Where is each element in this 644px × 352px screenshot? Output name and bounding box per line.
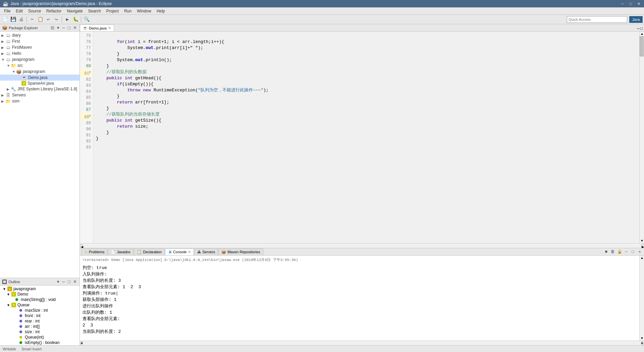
cs-track[interactable] [640,260,644,336]
javadoc-label: Javadoc [117,250,130,254]
tab-close-btn[interactable]: ✕ [108,26,111,30]
toolbar-btn6[interactable]: ↩ [45,16,52,23]
console-line-1: 判空: true [83,265,637,271]
outline-front[interactable]: front : int [0,313,79,318]
scroll-down-btn[interactable]: ▼ [640,238,644,243]
tree-item-diary[interactable]: ▶ 🗂 diary [0,32,79,38]
outline-max-btn[interactable]: □ [67,279,71,284]
console-terminate-btn[interactable]: ■ [603,249,609,255]
tree-item-jre[interactable]: ▶ 🔧 JRE System Library [JavaSE-1.8] [0,86,79,92]
menu-search[interactable]: Search [86,8,104,14]
cs-up-btn[interactable]: ▲ [640,256,644,260]
outline-queue-class[interactable]: ▼ S Queue [0,302,79,308]
console-clear-btn[interactable]: 🗑 [610,249,616,255]
maximize-button[interactable]: □ [628,1,633,6]
tree-arrow: ▶ [7,87,11,91]
menu-refactor[interactable]: Refactor [44,8,64,14]
outline-main-method[interactable]: main(String[]) : void [0,297,79,302]
tab-console[interactable]: 🖥 Console ✕ [165,249,194,255]
status-writable: Writable [3,347,16,351]
bottom-maximize-btn[interactable]: □ [630,249,636,255]
tree-item-servers[interactable]: ▶ 🗄 Servers [0,92,79,98]
servers-label: Servers [202,250,215,254]
outline-menu-btn[interactable]: ▾ [56,279,60,284]
tree-item-ssm[interactable]: ▶ 📁 ssm [0,98,79,104]
console-scrollbar-h[interactable]: ◀ ▶ [80,341,644,345]
toolbar-btn3[interactable]: 🖨 [17,16,25,23]
menu-run[interactable]: Run [121,8,134,14]
outline-rear[interactable]: rear : int [0,318,79,324]
console-close-btn[interactable]: ✕ [188,250,191,254]
menu-project[interactable]: Project [104,8,121,14]
editor-scrollbar-h[interactable]: ◀ ▶ [80,243,644,248]
scroll-thumb[interactable] [640,36,644,56]
close-button[interactable]: ✕ [636,1,641,6]
menu-window[interactable]: Window [134,8,154,14]
tab-maven[interactable]: 📦 Maven Repositories [218,249,263,255]
outline-arr[interactable]: arr : int[] [0,324,79,329]
code-content[interactable]: for(int i = front+1; i < arr.length;i++)… [93,32,639,243]
tree-item-demo-java[interactable]: ☕ Demo.java [0,75,79,81]
bottom-minimize-btn[interactable]: ─ [623,249,629,255]
run-button[interactable]: ▶ [64,16,71,23]
tree-item-first[interactable]: ▶ 🗂 First [0,38,79,44]
tree-item-sparsearr-java[interactable]: J SparseArr.java [0,81,79,86]
console-scrollbar-v[interactable]: ▲ ▼ [639,256,644,341]
pe-collapse-btn[interactable]: ⊟ [50,25,55,30]
outline-maxsize[interactable]: maxSize : int [0,308,79,313]
tree-item-firstmaven[interactable]: ▶ 🗂 FirstMaven [0,44,79,50]
outline-size[interactable]: size : int [0,329,79,335]
scroll-track[interactable] [640,36,644,238]
scroll-up-btn[interactable]: ▲ [640,32,644,36]
app-icon: ☕ [3,1,8,6]
pe-min-btn[interactable]: ─ [61,25,66,30]
menu-source[interactable]: Source [25,8,44,14]
minimize-button[interactable]: ─ [620,1,625,6]
toolbar-btn2[interactable]: 💾 [9,16,17,23]
tab-servers[interactable]: 🖧 Servers [194,249,218,255]
tree-item-hello[interactable]: ▶ 🗂 Hello [0,50,79,56]
tree-item-javaprogram[interactable]: ▼ 🗂 javaprogram [0,56,79,62]
outline-demo-class[interactable]: ▼ C Demo [0,292,79,297]
tab-declaration[interactable]: 📋 Declaration [134,249,165,255]
toolbar-btn5[interactable]: 📋 [37,16,44,23]
editor-scrollbar-v[interactable]: ▲ ▼ [639,32,644,243]
toolbar-btn7[interactable]: ↪ [53,16,60,23]
maven-icon: 📦 [221,250,226,254]
ch-scroll-right[interactable]: ▶ [641,342,643,345]
editor-maximize-btn[interactable]: □ [640,27,643,31]
demo-java-tab[interactable]: ☕ Demo.java ✕ [80,25,114,31]
outline-isempty[interactable]: isEmpty() : boolean [0,340,79,345]
pe-close-btn[interactable]: ✕ [72,25,77,30]
tree-item-src[interactable]: ▼ 📁 src [0,62,79,69]
h-scroll-right[interactable]: ▶ [641,244,643,248]
outline-min-btn[interactable]: ─ [61,279,66,284]
pe-menu-btn[interactable]: ▾ [56,25,60,30]
outline-javaprogram[interactable]: ▼ p javaprogram [0,286,79,292]
console-scrolllock-btn[interactable]: 🔒 [616,249,623,255]
debug-button[interactable]: 🐛 [72,16,79,23]
tree-label: src [17,63,23,68]
h-scroll-left[interactable]: ◀ [80,244,83,248]
outline-close-btn[interactable]: ✕ [72,279,77,284]
menu-help[interactable]: Help [154,8,168,14]
ch-scroll-left[interactable]: ◀ [80,342,83,345]
toolbar-btn10[interactable]: 🔍 [83,16,90,23]
menu-file[interactable]: File [1,8,13,14]
menu-navigate[interactable]: Navigate [64,8,85,14]
new-button[interactable]: 📄 [1,16,9,23]
tab-javadoc[interactable]: 📄 Javadoc [108,249,133,255]
toolbar-btn4[interactable]: ✂ [29,16,36,23]
pe-max-btn[interactable]: □ [67,25,71,30]
menu-edit[interactable]: Edit [13,8,25,14]
quick-access-input[interactable] [567,16,627,23]
bottom-close-btn[interactable]: ✕ [637,249,643,255]
java-perspective-btn[interactable]: Java [629,16,643,23]
editor-minimize-btn[interactable]: ─ [637,27,640,31]
ol-field-icon [19,309,22,312]
tab-problems[interactable]: ⚠ Problems [81,249,107,255]
cs-down-btn[interactable]: ▼ [640,336,644,341]
tree-item-javaprogram-pkg[interactable]: ▼ 📦 javaprogram [0,69,79,75]
console-cursor [116,291,118,296]
outline-constructor[interactable]: Queue(int) [0,335,79,340]
